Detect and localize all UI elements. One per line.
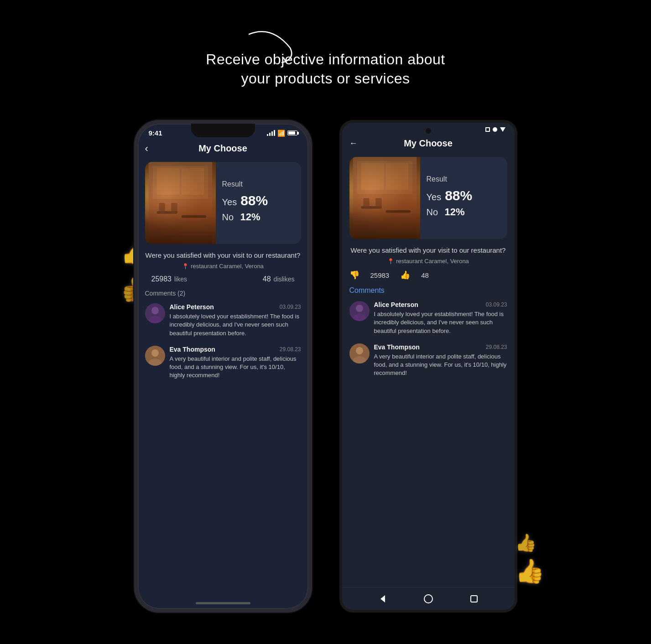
ios-yes-label: Yes: [222, 197, 237, 208]
android-comment-eva: Eva Thompson 29.08.23 A very beautiful i…: [342, 343, 515, 378]
alice-avatar-svg: [145, 303, 165, 323]
android-nav-back-icon[interactable]: [378, 594, 387, 603]
svg-rect-6: [156, 168, 179, 195]
ios-location-text: restaurant Caramel, Verona: [191, 263, 264, 270]
ios-result-label: Result: [222, 180, 295, 188]
android-comment-name-eva: Eva Thompson: [374, 343, 420, 351]
android-comment-header-eva: Eva Thompson 29.08.23: [374, 343, 507, 351]
svg-rect-20: [361, 163, 384, 190]
svg-point-29: [424, 595, 432, 603]
svg-rect-17: [363, 198, 370, 208]
android-dislike-icon[interactable]: 👎: [349, 270, 359, 280]
android-comments-header: Comments: [342, 286, 515, 295]
android-yes-row: Yes 88%: [427, 188, 501, 203]
android-status-icons: [485, 127, 505, 132]
android-location-text: restaurant Caramel, Verona: [396, 258, 469, 265]
thumb-right-icon: 👍: [515, 533, 545, 553]
ios-dislikes-count: 48: [263, 275, 271, 283]
ios-comment-date-eva: 29.08.23: [280, 346, 301, 353]
android-avatar-eva: [349, 343, 370, 364]
android-phone: ← My Choose: [339, 120, 517, 613]
ios-likes-item: 25983 likes: [151, 275, 187, 283]
bar1: [267, 134, 268, 136]
ios-back-button[interactable]: ‹: [145, 143, 148, 155]
svg-point-23: [356, 305, 363, 312]
ios-restaurant-image: [145, 162, 216, 244]
android-result-label: Result: [427, 175, 501, 183]
ios-comment-text-eva: A very beautiful interior and polite sta…: [170, 355, 301, 380]
android-eva-avatar-svg: [349, 343, 370, 364]
android-comment-body-alice: Alice Peterson 03.09.23 I absolutely lov…: [374, 301, 507, 335]
ios-yes-percent: 88%: [240, 193, 268, 208]
svg-rect-30: [471, 596, 477, 602]
ios-location: 📍 restaurant Caramel, Verona: [138, 263, 308, 270]
ios-comment-text-alice: I absolutely loved your establishment! T…: [170, 312, 301, 338]
svg-rect-3: [159, 203, 165, 213]
svg-point-26: [356, 347, 363, 354]
svg-rect-4: [171, 203, 177, 213]
ios-status-icons: 📶: [267, 130, 297, 137]
ios-question: Were you satisfied with your visit to ou…: [145, 250, 301, 260]
ios-nav-title: My Choose: [198, 143, 247, 154]
android-no-label: No: [427, 207, 441, 218]
android-alice-avatar-svg: [349, 301, 370, 321]
ios-no-percent: 12%: [240, 211, 260, 223]
bar3: [271, 131, 273, 136]
android-location: 📍 restaurant Caramel, Verona: [342, 258, 515, 265]
ios-avatar-alice: [145, 303, 165, 323]
android-nav-home-icon[interactable]: [423, 594, 433, 604]
ios-comments-header: Comments (2): [138, 290, 308, 297]
svg-rect-2: [181, 215, 206, 218]
ios-avatar-eva: [145, 346, 165, 366]
android-nav-recents-icon[interactable]: [470, 595, 478, 603]
ios-comment-name-alice: Alice Peterson: [170, 303, 214, 311]
svg-point-9: [151, 307, 159, 314]
android-avatar-alice: [349, 301, 370, 321]
android-question: Were you satisfied with your visit to ou…: [349, 245, 507, 255]
android-comment-header-alice: Alice Peterson 03.09.23: [374, 301, 507, 308]
android-back-button[interactable]: ←: [349, 139, 358, 148]
android-comment-text-eva: A very beautiful interior and polite sta…: [374, 353, 507, 378]
right-thumb-icons: 👍 👍: [515, 533, 545, 585]
ios-result-card: Result Yes 88% No 12%: [145, 162, 301, 244]
android-no-row: No 12%: [427, 206, 501, 218]
ios-no-label: No: [222, 212, 237, 223]
android-no-percent: 12%: [445, 206, 465, 218]
eva-avatar-svg: [145, 346, 165, 366]
android-nav-title: My Choose: [404, 138, 453, 149]
ios-yes-row: Yes 88%: [222, 193, 295, 208]
ios-comment-header-eva: Eva Thompson 29.08.23: [170, 346, 301, 353]
ios-comment-body-eva: Eva Thompson 29.08.23 A very beautiful i…: [170, 346, 301, 380]
ios-comment-eva: Eva Thompson 29.08.23 A very beautiful i…: [138, 346, 308, 380]
location-pin-icon: 📍: [182, 263, 189, 270]
android-notch: [426, 128, 431, 134]
ios-no-row: No 12%: [222, 211, 295, 223]
tagline-line1: Receive objective information about: [206, 51, 445, 68]
android-like-icon[interactable]: 👍: [400, 270, 410, 280]
ios-nav-bar: ‹ My Choose: [138, 139, 308, 158]
thumb-right2-icon: 👍: [515, 557, 545, 585]
android-location-pin-icon: 📍: [387, 258, 394, 265]
ios-likes-label: likes: [174, 275, 187, 283]
android-result-info: Result Yes 88% No 12%: [420, 157, 507, 239]
svg-rect-7: [181, 168, 204, 195]
android-dislikes-count: 48: [421, 271, 429, 279]
android-yes-percent: 88%: [445, 188, 472, 203]
android-dot-icon: [493, 127, 497, 132]
ios-status-bar: 9:41 📶: [138, 124, 308, 139]
battery-icon: [287, 130, 297, 135]
android-comment-name-alice: Alice Peterson: [374, 301, 418, 308]
android-comment-date-eva: 29.08.23: [486, 344, 507, 350]
bar4: [274, 130, 275, 136]
android-sq-icon: [485, 127, 490, 132]
android-comment-body-eva: Eva Thompson 29.08.23 A very beautiful i…: [374, 343, 507, 378]
android-likes-row: 👎 25983 👍 48: [342, 270, 515, 280]
android-bottom-nav: [342, 587, 515, 610]
android-comment-date-alice: 03.09.23: [486, 301, 507, 308]
android-restaurant-image: [349, 157, 420, 239]
svg-point-12: [151, 349, 159, 357]
svg-rect-18: [375, 198, 382, 208]
ios-result-info: Result Yes 88% No 12%: [216, 162, 301, 244]
tagline-line2: your products or services: [241, 70, 410, 87]
svg-rect-21: [385, 163, 408, 190]
